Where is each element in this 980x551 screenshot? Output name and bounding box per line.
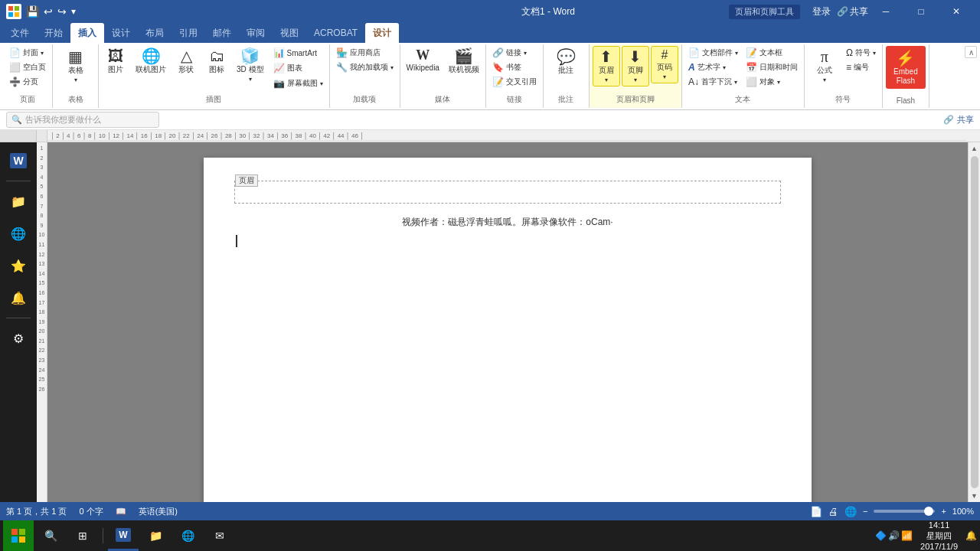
share-button[interactable]: 🔗 共享	[837, 5, 868, 18]
numbering-button[interactable]: ≡ 编号	[843, 60, 879, 74]
object-button[interactable]: ⬜ 对象 ▾	[743, 75, 801, 89]
cross-ref-icon: 📝	[492, 77, 504, 87]
online-video-icon: 🎬	[454, 48, 473, 64]
tab-home[interactable]: 开始	[37, 23, 70, 43]
redo-icon[interactable]: ↪	[57, 5, 67, 18]
scroll-down-button[interactable]: ▼	[969, 490, 981, 502]
windows-icon[interactable]	[6, 4, 21, 19]
tab-insert[interactable]: 插入	[70, 23, 104, 43]
wordart-arrow-icon: ▾	[723, 64, 726, 71]
taskbar-explorer[interactable]: 📁	[140, 520, 171, 551]
taskbar-clock[interactable]: 14:11 星期四 2017/11/9	[914, 520, 964, 551]
ribbon-group-text: 📄 文档部件 ▾ A 艺术字 ▾ A↓ 首字下沉 ▾ 📝 文	[682, 44, 805, 108]
zoom-thumb[interactable]	[924, 507, 933, 516]
taskbar-network-icon[interactable]: 📶	[901, 530, 913, 541]
svg-rect-6	[19, 529, 25, 535]
undo-icon[interactable]: ↩	[44, 5, 53, 18]
online-video-button[interactable]: 🎬 联机视频	[446, 46, 482, 77]
panel-word-icon[interactable]: W	[3, 145, 34, 176]
embed-flash-button[interactable]: ⚡ Embed Flash	[886, 46, 926, 89]
taskbar-bluetooth-icon[interactable]: 🔷	[875, 530, 887, 541]
online-picture-button[interactable]: 🌐 联机图片	[132, 46, 169, 77]
table-button[interactable]: ▦ 表格 ▾	[59, 46, 93, 86]
vertical-scrollbar[interactable]: ▲ ▼	[968, 142, 980, 502]
minimize-button[interactable]: ─	[868, 0, 903, 23]
taskbar-notification-icon[interactable]: 🔔	[965, 530, 977, 541]
taskbar-word[interactable]: W	[108, 520, 139, 551]
web-view-icon[interactable]: 🌐	[844, 506, 857, 517]
header-button[interactable]: ⬆ 页眉 ▾	[593, 46, 620, 86]
blank-page-button[interactable]: ⬜ 空白页	[6, 60, 49, 74]
cross-ref-button[interactable]: 📝 交叉引用	[489, 75, 540, 89]
search-input-wrap[interactable]: 🔍 告诉我你想要做什么	[6, 112, 159, 128]
tab-file[interactable]: 文件	[3, 23, 37, 43]
customize-icon[interactable]: ▾	[71, 6, 76, 17]
tab-view[interactable]: 视图	[273, 23, 306, 43]
comment-icon: 💬	[557, 49, 576, 64]
tab-acrobat[interactable]: ACROBAT	[306, 23, 365, 43]
taskbar-mail[interactable]: ✉	[204, 520, 235, 551]
tab-references[interactable]: 引用	[172, 23, 205, 43]
collapse-ribbon-button[interactable]: ∧	[965, 46, 977, 58]
wikipedia-button[interactable]: W Wikipedia	[403, 46, 443, 75]
tab-mailings[interactable]: 邮件	[205, 23, 239, 43]
taskbar-task-view[interactable]: ⊞	[67, 520, 98, 551]
cover-page-button[interactable]: 📄 封面 ▾	[6, 46, 49, 60]
comment-button[interactable]: 💬 批注	[549, 46, 583, 78]
store-button[interactable]: 🏪 应用商店	[333, 46, 397, 60]
shapes-button[interactable]: △ 形状	[172, 46, 200, 77]
panel-btn-3[interactable]: ⭐	[3, 250, 34, 281]
icons-button[interactable]: 🗂 图标	[203, 46, 230, 77]
tab-design[interactable]: 设计	[104, 23, 138, 43]
spell-check-icon[interactable]: 📖	[116, 507, 126, 517]
restore-button[interactable]: □	[903, 0, 939, 23]
tab-layout[interactable]: 布局	[138, 23, 172, 43]
quick-save-icon[interactable]: 💾	[26, 5, 39, 18]
zoom-slider[interactable]	[874, 510, 935, 513]
panel-btn-2[interactable]: 🌐	[3, 218, 34, 249]
signin-button[interactable]: 登录	[812, 5, 831, 18]
start-button[interactable]	[3, 520, 34, 551]
taskbar-search[interactable]: 🔍	[35, 520, 66, 551]
symbol-button[interactable]: Ω 符号 ▾	[843, 46, 879, 60]
zoom-in-button[interactable]: +	[941, 507, 946, 516]
panel-btn-1[interactable]: 📁	[3, 186, 34, 217]
datetime-button[interactable]: 📅 日期和时间	[743, 60, 801, 74]
footer-button[interactable]: ⬇ 页脚 ▾	[622, 46, 649, 86]
link-button[interactable]: 🔗 链接 ▾	[489, 46, 540, 60]
language: 英语(美国)	[139, 506, 178, 517]
zoom-out-button[interactable]: −	[863, 507, 867, 516]
wordart-button[interactable]: A 艺术字 ▾	[685, 60, 741, 74]
taskbar-browser[interactable]: 🌐	[172, 520, 203, 551]
screenshot-button[interactable]: 📷 屏幕截图 ▾	[270, 77, 326, 90]
page-break-button[interactable]: ➗ 分页	[6, 75, 49, 89]
drop-cap-button[interactable]: A↓ 首字下沉 ▾	[685, 75, 741, 89]
scroll-up-button[interactable]: ▲	[969, 142, 981, 155]
read-mode-icon[interactable]: 📄	[810, 506, 822, 517]
doc-parts-button[interactable]: 📄 文档部件 ▾	[685, 46, 741, 60]
panel-btn-4[interactable]: 🔔	[3, 282, 34, 313]
my-addins-button[interactable]: 🔧 我的加载项 ▾	[333, 60, 397, 74]
chart-button[interactable]: 📈 图表	[270, 61, 326, 75]
equation-button[interactable]: π 公式 ▾	[808, 46, 841, 86]
char-count: 0 个字	[79, 506, 103, 517]
header-arrow-icon: ▾	[605, 77, 608, 83]
tab-design-context[interactable]: 设计	[365, 23, 399, 43]
smartart-button[interactable]: 📊 SmartArt	[270, 46, 326, 60]
panel-btn-5[interactable]: ⚙	[3, 323, 34, 354]
doc-title: 文档1 - Word	[368, 5, 729, 18]
taskbar-volume-icon[interactable]: 🔊	[888, 530, 900, 541]
tab-review[interactable]: 审阅	[239, 23, 273, 43]
scroll-thumb[interactable]	[971, 156, 978, 488]
share-toolbar-button[interactable]: 🔗 共享	[943, 114, 974, 126]
print-layout-icon[interactable]: 🖨	[828, 506, 838, 517]
3d-models-button[interactable]: 🧊 3D 模型 ▾	[234, 46, 267, 85]
document-area[interactable]: 页眉 视频作者：磁悬浮青蛙呱呱。屏幕录像软件：oCam·	[47, 142, 968, 502]
picture-button[interactable]: 🖼 图片	[102, 46, 129, 77]
close-button[interactable]: ✕	[939, 0, 974, 23]
page-number-button[interactable]: # 页码 ▾	[651, 46, 678, 83]
textbox-button[interactable]: 📝 文本框	[743, 46, 801, 60]
bookmark-button[interactable]: 🔖 书签	[489, 60, 540, 74]
group-symbols-label: 符号	[808, 92, 879, 106]
symbol-arrow-icon: ▾	[873, 50, 876, 57]
